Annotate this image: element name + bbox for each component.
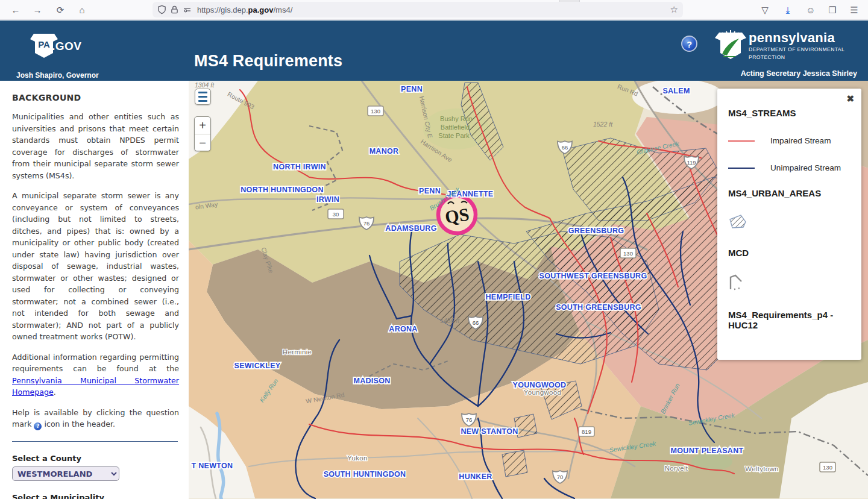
legend-section-title: MS4_STREAMS <box>728 108 852 118</box>
zoom-in-button[interactable]: + <box>195 117 210 134</box>
map-label-muni: SOUTHWEST GREENSBURG <box>539 272 647 280</box>
map-label-muni: PENN <box>419 187 441 195</box>
map-container[interactable]: QS 130130130819307666661197670 PENNSALEM… <box>189 81 868 499</box>
legend-panel: ✖ MS4_STREAMS Impaired Stream Unimpaired… <box>717 89 861 360</box>
background-paragraph-2: A municipal separate storm sewer is any … <box>12 190 179 343</box>
route-shield-130: 130 <box>820 462 835 472</box>
svg-text:66: 66 <box>562 144 568 151</box>
pa-gov-label: .GOV <box>52 40 82 53</box>
impaired-stream-swatch <box>728 140 755 142</box>
dep-keystone-leaf-logo <box>715 29 746 59</box>
county-select-label: Select a County <box>12 454 179 463</box>
svg-text:PA: PA <box>38 39 50 49</box>
map-label-muni: SEWICKLEY <box>234 362 280 370</box>
municipality-select-label: Select a Municipality <box>12 493 179 499</box>
svg-text:130: 130 <box>823 464 832 471</box>
p3-text: Additional information regarding permitt… <box>12 353 179 374</box>
unimpaired-stream-swatch <box>728 168 755 169</box>
map-label-muni: GREENSBURG <box>568 227 624 235</box>
route-shield-130: 130 <box>620 248 636 258</box>
reload-icon[interactable]: ⟳ <box>53 3 68 17</box>
map-label-muni: IRWIN <box>316 195 339 204</box>
secretary-label: Acting Secretary Jessica Shirley <box>741 69 857 78</box>
svg-text:76: 76 <box>363 220 370 227</box>
home-icon[interactable]: ⌂ <box>75 3 89 17</box>
account-icon[interactable]: ☺ <box>803 2 819 18</box>
help-text-post: icon in the header. <box>42 419 115 428</box>
legend-item-unimpaired: Unimpaired Stream <box>728 163 852 172</box>
impaired-stream-label: Impaired Stream <box>770 136 831 145</box>
back-icon[interactable]: ← <box>8 3 23 17</box>
map-label-elev: 1456 ft <box>440 317 460 324</box>
browser-toolbar: ← → ⟳ ⌂ https://gis.dep.pa.gov/ms4/ ☆ ▽ … <box>0 0 868 20</box>
legend-close-icon[interactable]: ✖ <box>846 93 854 104</box>
svg-text:QS: QS <box>444 204 470 227</box>
unimpaired-stream-label: Unimpaired Stream <box>770 163 841 172</box>
svg-text:76: 76 <box>466 416 473 423</box>
inline-help-icon: ? <box>34 422 42 430</box>
extensions-icon[interactable]: ❒ <box>825 2 840 18</box>
menu-icon[interactable]: ☰ <box>846 2 862 18</box>
dep-brand: pennsylvania DEPARTMENT OF ENVIRONMENTAL… <box>749 31 844 60</box>
county-select[interactable]: WESTMORELAND <box>12 466 119 481</box>
zoom-out-button[interactable]: − <box>195 134 210 151</box>
map-label-muni: PENN <box>401 85 423 93</box>
svg-text:70: 70 <box>557 474 564 480</box>
map-label-muni: NORTH IRWIN <box>273 163 326 171</box>
sidebar-divider <box>12 441 178 442</box>
help-button[interactable]: ? <box>681 36 697 52</box>
page-title: MS4 Requirements <box>194 52 342 71</box>
brand-name: pennsylvania <box>749 31 844 45</box>
map-label-park: Battlefield <box>441 124 470 131</box>
map-label-muni: MADISON <box>353 377 390 385</box>
p3-period: . <box>54 388 56 397</box>
shield-permissions-icon[interactable] <box>157 5 166 14</box>
background-heading: BACKGROUND <box>12 93 179 102</box>
urban-areas-swatch <box>728 214 852 232</box>
help-paragraph: Help is available by clicking the questi… <box>12 407 179 431</box>
sidebar-panel: BACKGROUND Municipalities and other enti… <box>0 81 189 499</box>
map-label-elev: 1304 ft <box>195 81 215 89</box>
download-icon[interactable]: ⤓ <box>780 2 796 18</box>
map-zoom-control: + − <box>194 116 211 151</box>
map-label-elev: 1522 ft <box>593 121 613 128</box>
route-shield-130: 130 <box>368 106 383 116</box>
legend-item-impaired: Impaired Stream <box>728 136 852 145</box>
map-label-park: State Park <box>438 132 470 139</box>
forward-icon[interactable]: → <box>30 3 45 17</box>
site-permissions-icon[interactable] <box>183 5 192 14</box>
map-label-muni: YOUNGWOOD <box>513 381 567 389</box>
map-label-place: Norvelt <box>665 465 688 472</box>
svg-text:819: 819 <box>582 428 591 435</box>
lock-icon[interactable] <box>171 5 178 14</box>
map-label-muni: NEW STANTON <box>461 427 518 436</box>
pocket-icon[interactable]: ▽ <box>757 2 773 18</box>
app-header: PA .GOV Josh Shapiro, Governor MS4 Requi… <box>0 20 868 81</box>
map-label-muni: HEMPFIELD <box>486 293 531 301</box>
background-paragraph-3: Additional information regarding permitt… <box>12 351 179 398</box>
brand-sub2: PROTECTION <box>749 55 844 60</box>
svg-text:66: 66 <box>473 319 479 326</box>
route-shield-819: 819 <box>579 427 594 436</box>
stormwater-homepage-link[interactable]: Pennsylvania Municipal Stormwater Homepa… <box>12 376 179 397</box>
url-bar[interactable]: https://gis.dep.pa.gov/ms4/ ☆ <box>153 2 683 17</box>
map-label-muni: ARONA <box>389 325 417 333</box>
legend-section-title: MS4_Requirements_p4 - HUC12 <box>728 310 852 330</box>
map-label-place: Youngwood <box>524 389 561 396</box>
background-paragraph-1: Municipalities and other entities such a… <box>12 111 179 181</box>
map-label-muni: MOUNT PLEASANT <box>671 447 744 455</box>
map-label-park: Bushy Run <box>440 115 473 122</box>
map-label-muni: HUNKER <box>459 472 492 481</box>
governor-label: Josh Shapiro, Governor <box>16 71 99 80</box>
map-label-muni: SOUTH HUNTINGDON <box>324 470 406 479</box>
map-label-place: Weltytown <box>745 465 779 472</box>
map-label-muni: MANOR <box>370 147 399 155</box>
map-label-place: Yukon <box>347 454 367 462</box>
map-menu-button[interactable] <box>195 89 211 105</box>
bookmark-star-icon[interactable]: ☆ <box>670 4 678 15</box>
map-label-muni: ADAMSBURG <box>385 224 436 233</box>
route-shield-30: 30 <box>328 209 344 219</box>
map-label-muni: SALEM <box>662 87 690 95</box>
svg-text:30: 30 <box>333 211 339 218</box>
url-text[interactable]: https://gis.dep.pa.gov/ms4/ <box>197 5 670 14</box>
